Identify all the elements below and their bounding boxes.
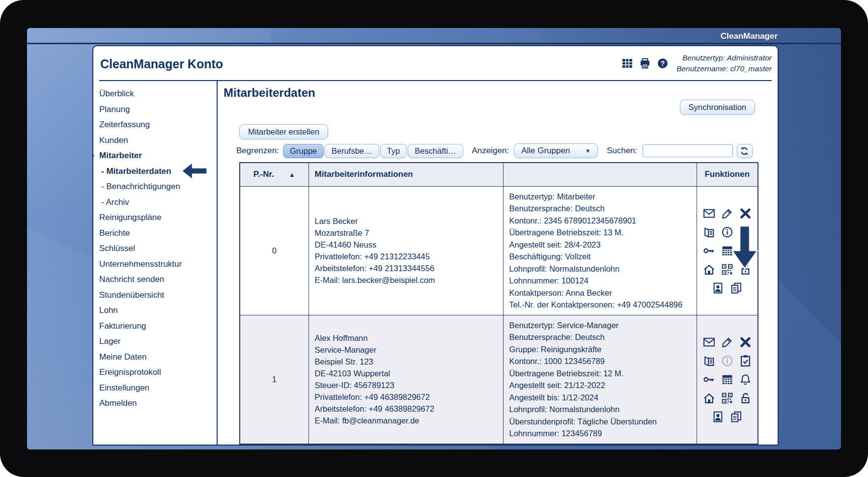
sidebar-item-label: Schlüssel (99, 244, 135, 253)
clipboard-check-icon[interactable] (739, 355, 752, 367)
sidebar-item-lager[interactable]: Lager (99, 334, 217, 349)
filter-button-typ[interactable]: Typ (380, 144, 407, 158)
column-header-pnr[interactable]: P.-Nr. ▲ (240, 163, 308, 186)
sidebar-item-lohn[interactable]: Lohn (99, 303, 217, 318)
portrait-icon[interactable] (712, 282, 724, 294)
function-icon-row (703, 355, 752, 367)
qr-code-icon[interactable] (721, 263, 733, 276)
employee-info-cell: Lars BeckerMozartstraße 7DE-41460 NeussP… (308, 186, 503, 315)
search-label: Suchen: (607, 146, 637, 156)
table-row: 1Alex HoffmannService-ManagerBeispiel St… (240, 315, 758, 444)
sidebar-item-mitarbeiterdaten[interactable]: - Mitarbeiterdaten (99, 164, 217, 179)
documents-icon[interactable] (730, 282, 742, 294)
ledger-icon[interactable] (703, 226, 715, 238)
sidebar-item-unternehmensstruktur[interactable]: Unternehmensstruktur (99, 256, 217, 272)
ledger-icon[interactable] (703, 355, 715, 367)
synchronisation-button[interactable]: Synchronisation (680, 100, 755, 115)
info-line: Steuer-ID: 456789123 (315, 379, 498, 391)
sidebar-item-fakturierung[interactable]: Fakturierung (99, 318, 217, 334)
info-icon[interactable] (721, 226, 733, 238)
info-line: Mozartstraße 7 (315, 227, 498, 239)
sidebar-item-planung[interactable]: Planung (99, 102, 217, 117)
pencil-icon[interactable] (721, 207, 733, 220)
sidebar-item-nachricht-senden[interactable]: Nachricht senden (99, 272, 217, 287)
user-info-block: Benutzertyp: Administrator Benutzername:… (676, 53, 772, 74)
user-type-text: Benutzertyp: Administrator (676, 53, 772, 63)
sidebar-item-ereignisprotokoll[interactable]: Ereignisprotokoll (99, 365, 217, 380)
info-line: DE-41460 Neuss (315, 239, 498, 251)
info-line: DE-42103 Wuppertal (315, 367, 498, 379)
info-line: Service-Manager (315, 344, 498, 356)
sidebar-item-schlüssel[interactable]: Schlüssel (99, 241, 217, 256)
search-input[interactable] (643, 144, 733, 157)
sort-ascending-icon[interactable]: ▲ (289, 171, 295, 178)
detail-line: Benutzersprache: Deutsch (509, 331, 692, 343)
sidebar-item-berichte[interactable]: Berichte (99, 225, 217, 241)
lock-open-icon[interactable] (739, 392, 752, 404)
sidebar-item-label: - Benachrichtigungen (101, 182, 180, 191)
lock-open-icon[interactable] (739, 263, 752, 276)
refresh-icon (739, 146, 750, 156)
refresh-button[interactable] (737, 144, 753, 158)
sidebar-item-mitarbeiter[interactable]: Mitarbeiter (99, 148, 217, 164)
sidebar-item-label: Zeiterfassung (99, 120, 150, 129)
sidebar-item-abmelden[interactable]: Abmelden (99, 395, 217, 411)
sidebar-item-einstellungen[interactable]: Einstellungen (99, 380, 217, 396)
table-header-row: P.-Nr. ▲ Mitarbeiterinformationen Funkti… (240, 163, 758, 186)
sidebar-item-kunden[interactable]: Kunden (99, 133, 217, 148)
function-icon-row (712, 411, 742, 423)
portrait-icon[interactable] (712, 411, 724, 423)
filter-toolbar: Begrenzen: GruppeBerufsbe…TypBeschäfti… … (236, 143, 778, 158)
printer-icon[interactable] (639, 57, 651, 69)
sidebar-item-meine-daten[interactable]: Meine Daten (99, 349, 217, 365)
key-icon[interactable] (703, 245, 715, 257)
info-line: Beispiel Str. 123 (315, 356, 498, 367)
group-dropdown[interactable]: Alle Gruppen ▼ (514, 143, 598, 158)
employee-info-cell: Alex HoffmannService-ManagerBeispiel Str… (308, 315, 503, 444)
filter-button-beschäfti[interactable]: Beschäfti… (408, 144, 463, 158)
calendar-icon[interactable] (721, 373, 733, 386)
filter-button-gruppe[interactable]: Gruppe (283, 144, 324, 158)
calendar-icon[interactable] (721, 245, 733, 257)
function-icon-row (703, 373, 752, 386)
sidebar-item-label: Nachricht senden (99, 275, 164, 284)
create-employee-button[interactable]: Mitarbeiter erstellen (239, 124, 328, 140)
table-grid-icon[interactable] (621, 57, 633, 69)
sidebar-item-stundenübersicht[interactable]: Stundenübersicht (99, 287, 217, 303)
functions-cell (697, 315, 758, 444)
detail-line: Übertragene Betriebszeit: 13 M. (509, 226, 692, 239)
bell-icon[interactable] (739, 373, 752, 386)
sidebar-item-label: Meine Daten (99, 352, 146, 362)
filter-button-berufsbe[interactable]: Berufsbe… (325, 144, 379, 158)
close-icon[interactable] (739, 336, 752, 348)
sidebar-item-label: - Archiv (101, 197, 129, 207)
sidebar-item-label: Planung (99, 105, 130, 114)
info-line: Alex Hoffmann (315, 332, 498, 344)
sidebar-item-überblick[interactable]: Überblick (99, 86, 217, 102)
chevron-down-icon: ▼ (585, 148, 590, 154)
close-icon[interactable] (739, 207, 752, 220)
sidebar-item-archiv[interactable]: - Archiv (99, 195, 217, 210)
help-icon[interactable]: ? (657, 57, 669, 69)
house-icon[interactable] (703, 263, 715, 276)
employee-details-cell: Benutzertyp: MitarbeiterBenutzersprache:… (503, 186, 697, 315)
clipboard-check-icon[interactable] (739, 226, 752, 238)
pencil-icon[interactable] (721, 336, 733, 348)
sidebar-item-reinigungspläne[interactable]: Reinigungspläne (99, 210, 217, 225)
sidebar-item-label: Abmelden (99, 398, 137, 408)
sidebar-nav: ÜberblickPlanungZeiterfassungKundenMitar… (93, 81, 218, 446)
function-icon-row (703, 226, 752, 238)
sidebar-item-benachrichtigungen[interactable]: - Benachrichtigungen (99, 179, 217, 195)
documents-icon[interactable] (730, 411, 742, 423)
envelope-icon[interactable] (703, 336, 715, 348)
app-window: CleanManager Konto ? Benutzertyp: Admini… (92, 45, 779, 446)
sidebar-item-label: Berichte (99, 228, 130, 238)
user-name-text: Benutzername: cl70_master (676, 63, 772, 74)
house-icon[interactable] (703, 392, 715, 404)
sidebar-item-zeiterfassung[interactable]: Zeiterfassung (99, 117, 217, 133)
qr-code-icon[interactable] (721, 392, 733, 404)
key-icon[interactable] (703, 373, 715, 386)
sidebar-item-label: Unternehmensstruktur (99, 259, 182, 269)
detail-line: Lohnnummer: 100124 (509, 275, 692, 287)
envelope-icon[interactable] (703, 207, 715, 220)
